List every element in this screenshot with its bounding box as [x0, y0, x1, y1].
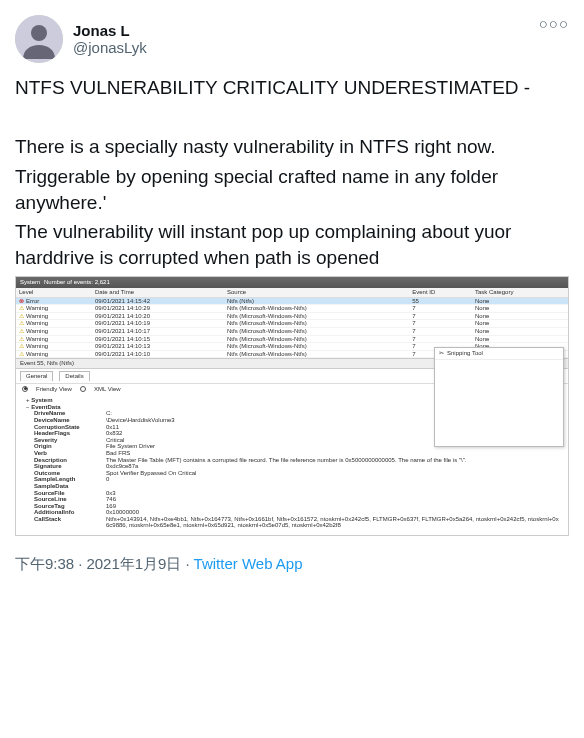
detail-field: DescriptionThe Master File Table (MFT) c…	[22, 457, 562, 464]
snipping-tool-window[interactable]: ✂Snipping Tool	[434, 347, 564, 447]
warning-icon: ⚠	[19, 336, 24, 342]
user-block[interactable]: Jonas L @jonasLyk	[15, 15, 147, 63]
embedded-screenshot: System Number of events: 2,621 Level Dat…	[15, 276, 569, 536]
display-name[interactable]: Jonas L	[73, 22, 147, 39]
col-datetime[interactable]: Date and Time	[92, 288, 224, 297]
more-icon[interactable]: ○○○	[539, 15, 569, 32]
tweet-source-app[interactable]: Twitter Web App	[194, 555, 303, 572]
detail-field: OutcomeSpot Verifier Bypassed On Critica…	[22, 470, 562, 477]
tweet-header: Jonas L @jonasLyk ○○○	[15, 15, 569, 63]
col-level[interactable]: Level	[16, 288, 92, 297]
table-row[interactable]: ⚠Warning09/01/2021 14:10:29Ntfs (Microso…	[16, 305, 568, 313]
warning-icon: ⚠	[19, 328, 24, 334]
tweet-date[interactable]: 2021年1月9日	[86, 555, 181, 572]
table-row[interactable]: ⊗Error09/01/2021 14:15:42Ntfs (Ntfs)55No…	[16, 297, 568, 305]
warning-icon: ⚠	[19, 320, 24, 326]
warning-icon: ⚠	[19, 343, 24, 349]
detail-field: Signature0xdc9ce87a	[22, 463, 562, 470]
table-row[interactable]: ⚠Warning09/01/2021 14:10:19Ntfs (Microso…	[16, 320, 568, 328]
detail-field: SourceTag169	[22, 503, 562, 510]
warning-icon: ⚠	[19, 313, 24, 319]
tweet-text: NTFS VULNERABILITY CRITICALITY UNDERESTI…	[15, 75, 569, 270]
col-task[interactable]: Task Category	[472, 288, 568, 297]
event-log-header: System Number of events: 2,621	[16, 277, 568, 288]
detail-field: SampleData	[22, 483, 562, 490]
svg-point-1	[31, 25, 47, 41]
table-row[interactable]: ⚠Warning09/01/2021 14:10:17Ntfs (Microso…	[16, 328, 568, 336]
scissors-icon: ✂	[439, 350, 444, 357]
avatar[interactable]	[15, 15, 63, 63]
tab-general[interactable]: General	[20, 371, 53, 381]
col-eventid[interactable]: Event ID	[409, 288, 472, 297]
col-source[interactable]: Source	[224, 288, 409, 297]
detail-field: SourceLine746	[22, 496, 562, 503]
detail-field: AdditionalInfo0x10000000	[22, 509, 562, 516]
warning-icon: ⚠	[19, 305, 24, 311]
radio-friendly[interactable]	[22, 386, 28, 392]
detail-field: VerbBad FRS	[22, 450, 562, 457]
detail-field: SampleLength0	[22, 476, 562, 483]
tweet-time[interactable]: 下午9:38	[15, 555, 74, 572]
table-row[interactable]: ⚠Warning09/01/2021 14:10:20Ntfs (Microso…	[16, 312, 568, 320]
radio-xml[interactable]	[80, 386, 86, 392]
tab-details[interactable]: Details	[59, 371, 89, 381]
warning-icon: ⚠	[19, 351, 24, 357]
detail-field: SourceFile0x3	[22, 490, 562, 497]
user-handle[interactable]: @jonasLyk	[73, 39, 147, 56]
tweet-footer: 下午9:38·2021年1月9日·Twitter Web App	[0, 551, 584, 589]
table-row[interactable]: ⚠Warning09/01/2021 14:10:15Ntfs (Microso…	[16, 335, 568, 343]
detail-field: CallStackNtfs+0x143914, Ntfs+0xe4bb1, Nt…	[22, 516, 562, 529]
error-icon: ⊗	[19, 298, 24, 304]
